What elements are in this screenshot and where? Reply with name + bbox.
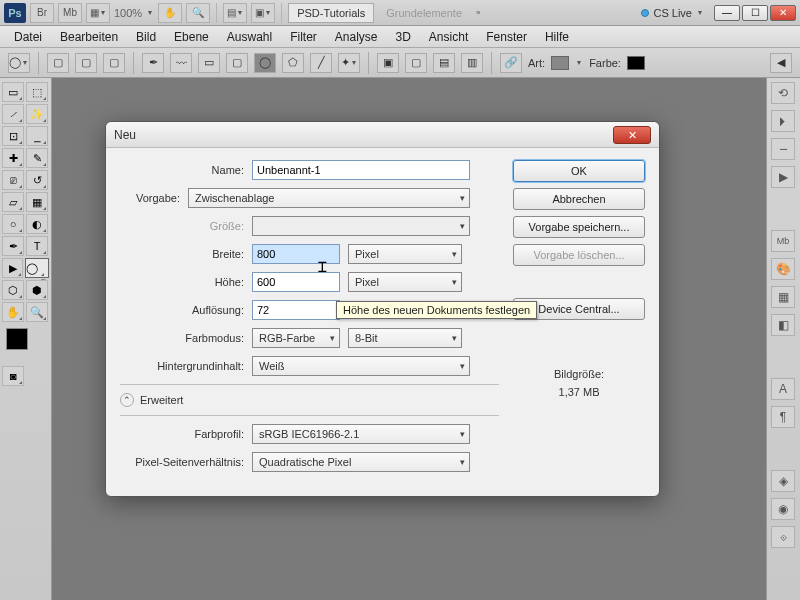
combine-intersect-icon[interactable]: ▤	[433, 53, 455, 73]
style-swatch[interactable]	[551, 56, 569, 70]
chevron-down-icon[interactable]: ▾	[146, 8, 154, 17]
paths-icon[interactable]: ▢	[75, 53, 97, 73]
crop-tool-icon[interactable]: ⊡	[2, 126, 24, 146]
view-extras-icon[interactable]: ▦▾	[86, 3, 110, 23]
menu-auswahl[interactable]: Auswahl	[219, 28, 280, 46]
preset-select[interactable]: Zwischenablage	[188, 188, 470, 208]
menu-ebene[interactable]: Ebene	[166, 28, 217, 46]
rounded-rect-icon[interactable]: ▢	[226, 53, 248, 73]
blur-tool-icon[interactable]: ○	[2, 214, 24, 234]
advanced-toggle[interactable]: ⌃ Erweitert	[120, 393, 499, 407]
healing-tool-icon[interactable]: ✚	[2, 148, 24, 168]
hand-tool-icon[interactable]: ✋	[2, 302, 24, 322]
adjustments-panel-icon[interactable]: ▶	[771, 166, 795, 188]
workspace-tab-active[interactable]: PSD-Tutorials	[288, 3, 374, 23]
cslive-button[interactable]: CS Live▾	[635, 7, 710, 19]
zoom-tool-icon[interactable]: 🔍	[186, 3, 210, 23]
channels-panel-icon[interactable]: ◉	[771, 498, 795, 520]
color-mode-select[interactable]: RGB-Farbe	[252, 328, 340, 348]
color-swatch[interactable]	[627, 56, 645, 70]
tool-preset-icon[interactable]: ◯▾	[8, 53, 30, 73]
fill-pixels-icon[interactable]: ▢	[103, 53, 125, 73]
bit-depth-select[interactable]: 8-Bit	[348, 328, 462, 348]
color-panel-icon[interactable]: 🎨	[771, 258, 795, 280]
freeform-pen-icon[interactable]: 〰	[170, 53, 192, 73]
properties-panel-icon[interactable]: ⎼	[771, 138, 795, 160]
menu-3d[interactable]: 3D	[388, 28, 419, 46]
save-preset-button[interactable]: Vorgabe speichern...	[513, 216, 645, 238]
3d-tool-icon[interactable]: ⬡	[2, 280, 24, 300]
width-unit-select[interactable]: Pixel	[348, 244, 462, 264]
minibridge-icon[interactable]: Mb	[58, 3, 82, 23]
cancel-button[interactable]: Abbrechen	[513, 188, 645, 210]
layers-panel-icon[interactable]: ◈	[771, 470, 795, 492]
styles-panel-icon[interactable]: ◧	[771, 314, 795, 336]
move-tool-icon[interactable]: ▭	[2, 82, 24, 102]
marquee-tool-icon[interactable]: ⬚	[26, 82, 48, 102]
rectangle-shape-icon[interactable]: ▭	[198, 53, 220, 73]
menu-fenster[interactable]: Fenster	[478, 28, 535, 46]
gradient-tool-icon[interactable]: ▦	[26, 192, 48, 212]
pen-tool-icon[interactable]: ✒	[2, 236, 24, 256]
link-icon[interactable]: 🔗	[500, 53, 522, 73]
bridge-icon[interactable]: Br	[30, 3, 54, 23]
paragraph-panel-icon[interactable]: ¶	[771, 406, 795, 428]
maximize-button[interactable]: ☐	[742, 5, 768, 21]
menu-datei[interactable]: Datei	[6, 28, 50, 46]
pixel-aspect-select[interactable]: Quadratische Pixel	[252, 452, 470, 472]
height-unit-select[interactable]: Pixel	[348, 272, 462, 292]
arrange-docs-icon[interactable]: ▤▾	[223, 3, 247, 23]
close-button[interactable]: ✕	[770, 5, 796, 21]
dodge-tool-icon[interactable]: ◐	[26, 214, 48, 234]
type-tool-icon[interactable]: T	[26, 236, 48, 256]
lasso-tool-icon[interactable]: ⟋	[2, 104, 24, 124]
minimize-button[interactable]: —	[714, 5, 740, 21]
shape-layers-icon[interactable]: ▢	[47, 53, 69, 73]
more-workspaces-icon[interactable]: »	[474, 8, 482, 17]
wand-tool-icon[interactable]: ✨	[26, 104, 48, 124]
history-panel-icon[interactable]: ⟲	[771, 82, 795, 104]
ellipse-shape-icon[interactable]: ◯	[254, 53, 276, 73]
background-select[interactable]: Weiß	[252, 356, 470, 376]
menu-bearbeiten[interactable]: Bearbeiten	[52, 28, 126, 46]
menu-ansicht[interactable]: Ansicht	[421, 28, 476, 46]
foreground-background-swatch[interactable]	[2, 328, 48, 362]
minibridge-panel-icon[interactable]: Mb	[771, 230, 795, 252]
combine-exclude-icon[interactable]: ▥	[461, 53, 483, 73]
screen-mode-icon[interactable]: ▣▾	[251, 3, 275, 23]
menu-filter[interactable]: Filter	[282, 28, 325, 46]
quickmask-icon[interactable]: ◙	[2, 366, 24, 386]
custom-shape-icon[interactable]: ✦▾	[338, 53, 360, 73]
paths-panel-icon[interactable]: ⟐	[771, 526, 795, 548]
swatches-panel-icon[interactable]: ▦	[771, 286, 795, 308]
menu-bild[interactable]: Bild	[128, 28, 164, 46]
collapse-icon[interactable]: ◀	[770, 53, 792, 73]
ok-button[interactable]: OK	[513, 160, 645, 182]
menu-hilfe[interactable]: Hilfe	[537, 28, 577, 46]
combine-subtract-icon[interactable]: ▢	[405, 53, 427, 73]
pen-icon[interactable]: ✒	[142, 53, 164, 73]
dialog-titlebar[interactable]: Neu ✕	[106, 122, 659, 148]
hand-tool-icon[interactable]: ✋	[158, 3, 182, 23]
line-shape-icon[interactable]: ╱	[310, 53, 332, 73]
stamp-tool-icon[interactable]: ⎚	[2, 170, 24, 190]
history-brush-icon[interactable]: ↺	[26, 170, 48, 190]
combine-add-icon[interactable]: ▣	[377, 53, 399, 73]
workspace-tab[interactable]: Grundelemente	[378, 4, 470, 22]
character-panel-icon[interactable]: A	[771, 378, 795, 400]
eraser-tool-icon[interactable]: ▱	[2, 192, 24, 212]
name-input[interactable]	[252, 160, 470, 180]
brush-tool-icon[interactable]: ✎	[26, 148, 48, 168]
dialog-close-button[interactable]: ✕	[613, 126, 651, 144]
actions-panel-icon[interactable]: ⏵	[771, 110, 795, 132]
zoom-tool-icon[interactable]: 🔍	[26, 302, 48, 322]
zoom-level[interactable]: 100%	[114, 7, 142, 19]
3d-camera-icon[interactable]: ⬢	[26, 280, 48, 300]
path-select-icon[interactable]: ▶	[2, 258, 23, 278]
resolution-input[interactable]	[252, 300, 340, 320]
color-profile-select[interactable]: sRGB IEC61966-2.1	[252, 424, 470, 444]
shape-tool-icon[interactable]: ◯	[25, 258, 49, 278]
eyedropper-tool-icon[interactable]: ⎯	[26, 126, 48, 146]
polygon-shape-icon[interactable]: ⬠	[282, 53, 304, 73]
menu-analyse[interactable]: Analyse	[327, 28, 386, 46]
